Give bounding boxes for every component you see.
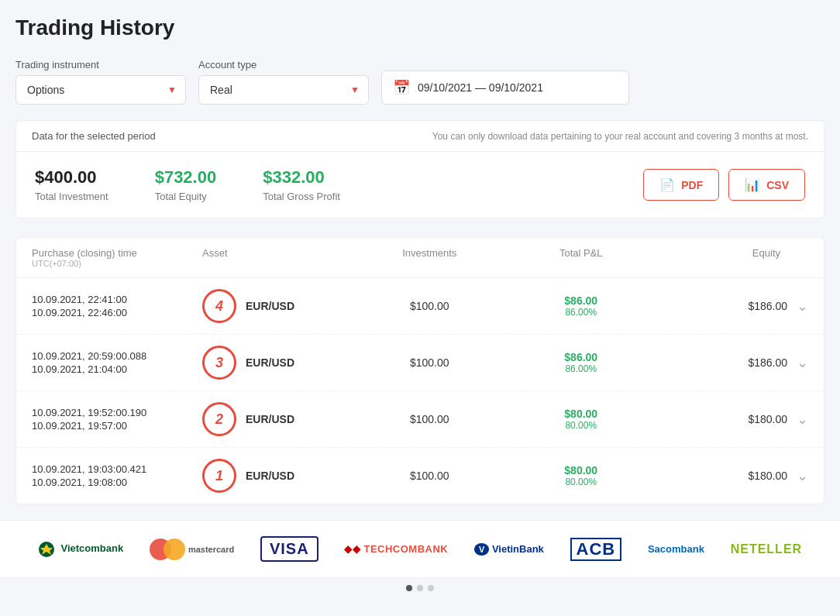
pnl-percent: 86.00% xyxy=(505,363,657,374)
filters-row: Trading instrument Options ▼ Account typ… xyxy=(15,59,825,105)
pnl-cell: $80.00 80.00% xyxy=(505,464,657,487)
total-investment-value: $400.00 xyxy=(35,167,108,188)
expand-row-button[interactable]: ⌄ xyxy=(797,354,808,371)
time-open: 10.09.2021, 20:59:00.088 xyxy=(32,350,202,362)
table-row: 10.09.2021, 19:52:00.190 10.09.2021, 19:… xyxy=(16,391,824,448)
pnl-value: $86.00 xyxy=(505,294,657,307)
info-bar-notice-text: You can only download data pertaining to… xyxy=(432,131,808,142)
footer-logos: Vietcombank mastercard VISA ◆◆ TECHCOMBA… xyxy=(0,520,840,577)
instrument-label: Trading instrument xyxy=(15,59,186,71)
pagination-dots xyxy=(0,577,840,599)
expand-row-button[interactable]: ⌄ xyxy=(797,411,808,428)
table-row: 10.09.2021, 20:59:00.088 10.09.2021, 21:… xyxy=(16,335,824,391)
time-cell: 10.09.2021, 19:03:00.421 10.09.2021, 19:… xyxy=(32,463,202,488)
total-equity-value: $732.00 xyxy=(155,167,217,188)
export-buttons: 📄 PDF 📊 CSV xyxy=(643,169,805,201)
total-gross-profit-value: $332.00 xyxy=(263,167,340,188)
stats-card: $400.00 Total Investment $732.00 Total E… xyxy=(15,151,825,219)
asset-name: EUR/USD xyxy=(246,300,294,312)
total-equity-stat: $732.00 Total Equity xyxy=(155,167,217,202)
logo-neteller: NETELLER xyxy=(731,542,802,556)
pnl-cell: $86.00 86.00% xyxy=(505,294,657,318)
date-range-picker[interactable]: 📅 09/10/2021 — 09/10/2021 xyxy=(381,71,629,105)
trade-badge: 3 xyxy=(202,346,236,380)
total-investment-stat: $400.00 Total Investment xyxy=(35,167,108,202)
logo-sacombank: Sacombank xyxy=(648,543,704,555)
pdf-label: PDF xyxy=(681,179,703,191)
equity-value: $186.00 xyxy=(748,356,787,369)
pnl-percent: 86.00% xyxy=(505,307,657,318)
total-investment-label: Total Investment xyxy=(35,191,108,202)
csv-export-button[interactable]: 📊 CSV xyxy=(728,169,805,201)
logo-vietinbank: V VietinBank xyxy=(474,543,544,555)
col-header-time: Purchase (closing) time UTC(+07:00) xyxy=(32,247,202,268)
instrument-filter-group: Trading instrument Options ▼ xyxy=(15,59,186,105)
equity-cell: $180.00 ⌄ xyxy=(657,411,809,428)
time-open: 10.09.2021, 19:52:00.190 xyxy=(32,407,202,418)
expand-row-button[interactable]: ⌄ xyxy=(797,298,808,315)
pnl-value: $86.00 xyxy=(505,351,657,363)
csv-icon: 📊 xyxy=(745,177,760,192)
investment-cell: $100.00 xyxy=(354,300,506,312)
time-cell: 10.09.2021, 22:41:00 10.09.2021, 22:46:0… xyxy=(32,294,202,318)
pagination-dot-2[interactable] xyxy=(417,585,423,591)
pnl-percent: 80.00% xyxy=(505,477,657,487)
pnl-cell: $86.00 86.00% xyxy=(505,351,657,374)
equity-cell: $180.00 ⌄ xyxy=(657,467,809,484)
pnl-cell: $80.00 80.00% xyxy=(505,408,657,431)
account-select-wrapper: Real ▼ xyxy=(198,75,369,105)
csv-label: CSV xyxy=(766,179,789,191)
asset-cell: 4 EUR/USD xyxy=(202,289,354,323)
table-row: 10.09.2021, 19:03:00.421 10.09.2021, 19:… xyxy=(16,448,824,504)
date-range-text: 09/10/2021 — 09/10/2021 xyxy=(418,81,543,94)
pagination-dot-3[interactable] xyxy=(428,585,434,591)
time-close: 10.09.2021, 19:57:00 xyxy=(32,420,202,432)
investment-cell: $100.00 xyxy=(354,356,506,369)
instrument-select-wrapper: Options ▼ xyxy=(15,75,186,105)
investment-cell: $100.00 xyxy=(354,470,506,482)
total-gross-profit-stat: $332.00 Total Gross Profit xyxy=(263,167,340,202)
account-filter-group: Account type Real ▼ xyxy=(198,59,369,105)
col-header-investments: Investments xyxy=(354,247,506,268)
pagination-dot-1[interactable] xyxy=(406,585,412,591)
pnl-value: $80.00 xyxy=(505,464,657,477)
pdf-icon: 📄 xyxy=(659,177,675,192)
col-header-pnl: Total P&L xyxy=(505,247,657,268)
asset-name: EUR/USD xyxy=(246,413,294,425)
investment-cell: $100.00 xyxy=(354,413,506,425)
asset-cell: 1 EUR/USD xyxy=(202,459,354,493)
time-close: 10.09.2021, 21:04:00 xyxy=(32,363,202,375)
time-open: 10.09.2021, 22:41:00 xyxy=(32,294,202,305)
equity-value: $186.00 xyxy=(748,300,787,312)
table-header: Purchase (closing) time UTC(+07:00) Asse… xyxy=(16,238,824,278)
account-label: Account type xyxy=(198,59,369,71)
page-title: Trading History xyxy=(15,15,825,40)
logo-techcombank: ◆◆ TECHCOMBANK xyxy=(344,543,448,555)
time-close: 10.09.2021, 19:08:00 xyxy=(32,477,202,488)
stats-items: $400.00 Total Investment $732.00 Total E… xyxy=(35,167,340,202)
logo-vietcombank: Vietcombank xyxy=(38,541,123,558)
time-close: 10.09.2021, 22:46:00 xyxy=(32,307,202,318)
time-open: 10.09.2021, 19:03:00.421 xyxy=(32,463,202,475)
account-select[interactable]: Real xyxy=(198,75,369,105)
col-header-asset: Asset xyxy=(202,247,354,268)
instrument-select[interactable]: Options xyxy=(15,75,186,105)
total-gross-profit-label: Total Gross Profit xyxy=(263,191,340,202)
trades-table: Purchase (closing) time UTC(+07:00) Asse… xyxy=(15,237,825,504)
pdf-export-button[interactable]: 📄 PDF xyxy=(643,169,719,201)
info-bar-period-text: Data for the selected period xyxy=(32,130,156,142)
asset-name: EUR/USD xyxy=(246,356,294,369)
time-cell: 10.09.2021, 19:52:00.190 10.09.2021, 19:… xyxy=(32,407,202,432)
time-cell: 10.09.2021, 20:59:00.088 10.09.2021, 21:… xyxy=(32,350,202,375)
calendar-icon: 📅 xyxy=(393,79,410,96)
trade-badge: 1 xyxy=(202,459,236,493)
equity-cell: $186.00 ⌄ xyxy=(657,298,809,315)
logo-mastercard: mastercard xyxy=(150,539,234,560)
total-equity-label: Total Equity xyxy=(155,191,217,202)
logo-acb: ACB xyxy=(570,538,622,561)
info-bar: Data for the selected period You can onl… xyxy=(15,120,825,151)
expand-row-button[interactable]: ⌄ xyxy=(797,467,808,484)
trade-badge: 2 xyxy=(202,402,236,436)
equity-value: $180.00 xyxy=(748,470,787,482)
equity-cell: $186.00 ⌄ xyxy=(657,354,809,371)
